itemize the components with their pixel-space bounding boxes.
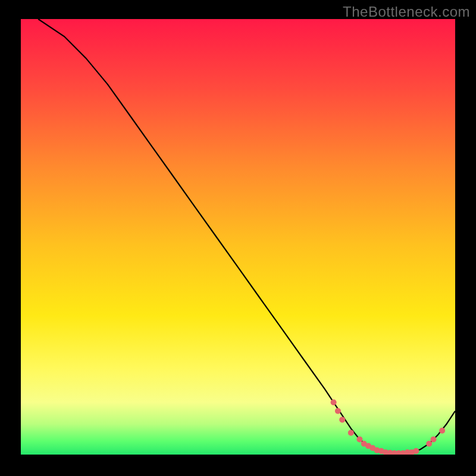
curve-marker [439,428,445,434]
curve-markers [331,399,446,455]
curve-marker [331,399,337,405]
curve-marker [413,448,419,454]
curve-marker [426,441,432,447]
curve-marker [335,408,341,414]
curve-marker [339,416,345,422]
curve-svg [21,19,455,455]
curve-marker [348,430,354,436]
curve-marker [356,436,362,442]
bottleneck-curve [38,19,455,453]
curve-marker [431,436,437,442]
watermark-text: TheBottleneck.com [343,4,470,20]
plot-area [21,19,455,455]
chart-frame: TheBottleneck.com [0,0,476,476]
